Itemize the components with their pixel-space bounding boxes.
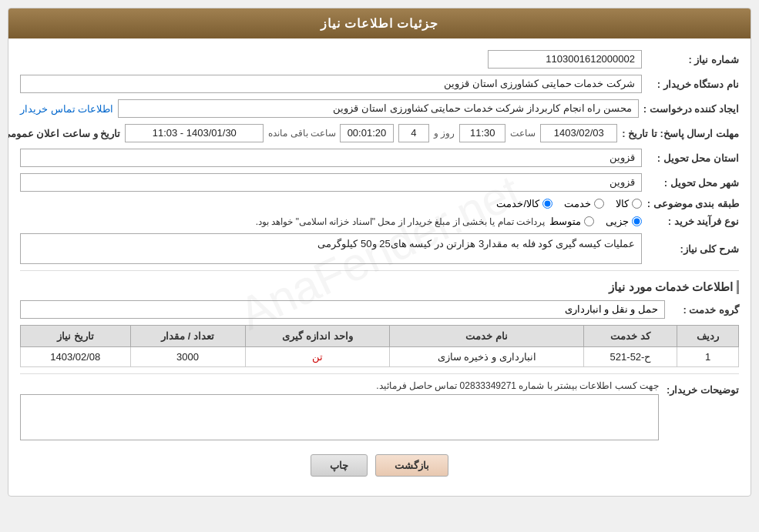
- col-date: تاریخ نیاز: [21, 326, 131, 347]
- cell-code: ح-52-521: [583, 347, 677, 367]
- col-code: کد خدمت: [583, 326, 677, 347]
- org-name-value: شرکت خدمات حمایتی کشاورزی استان قزوین: [20, 75, 642, 93]
- col-name: نام خدمت: [390, 326, 583, 347]
- table-body: 1 ح-52-521 انبارداری و ذخیره سازی تن 300…: [21, 347, 739, 367]
- buyer-description-text: جهت کسب اطلاعات بیشتر با شماره 028333492…: [20, 380, 659, 391]
- org-name-label: نام دستگاه خریدار :: [646, 79, 739, 90]
- city-row: شهر محل تحویل : قزوین: [20, 173, 739, 192]
- province-row: استان محل تحویل : قزوین: [20, 149, 739, 167]
- divider-2: [20, 373, 739, 374]
- creator-value: محسن راه انجام کاربرداز شرکت خدمات حمایت…: [118, 99, 639, 118]
- deadline-time: 11:30: [459, 124, 505, 142]
- purchase-type-medium-radio[interactable]: [584, 216, 594, 226]
- category-goods-label: کالا: [616, 198, 629, 209]
- need-number-label: شماره نیاز :: [646, 54, 739, 65]
- category-goods-service-label: کالا/خدمت: [496, 198, 539, 209]
- table-header: ردیف کد خدمت نام خدمت واحد اندازه گیری ت…: [21, 326, 739, 347]
- col-quantity: تعداد / مقدار: [130, 326, 245, 347]
- page-title: جزئیات اطلاعات نیاز: [321, 17, 439, 30]
- province-value: قزوین: [20, 149, 642, 167]
- province-label: استان محل تحویل :: [646, 152, 739, 164]
- purchase-type-row: نوع فرآیند خرید : جزیی متوسط پرداخت تمام…: [20, 216, 739, 227]
- service-group-value: حمل و نقل و انبارداری: [20, 300, 665, 319]
- category-service-label: خدمت: [564, 198, 591, 209]
- purchase-type-partial-option[interactable]: جزیی: [606, 216, 642, 227]
- buyer-description-label: توضیحات خریدار:: [667, 380, 739, 396]
- cell-row-num: 1: [677, 347, 739, 367]
- table-header-row: ردیف کد خدمت نام خدمت واحد اندازه گیری ت…: [21, 326, 739, 347]
- category-service-option[interactable]: خدمت: [564, 198, 604, 209]
- need-description-row: شرح کلی نیاز: عملیات کیسه گیری کود فله ب…: [20, 233, 739, 264]
- category-row: طبقه بندی موضوعی : کالا خدمت کالا/خدمت: [20, 198, 739, 209]
- cell-quantity: 3000: [130, 347, 245, 367]
- print-button[interactable]: چاپ: [311, 454, 368, 477]
- purchase-type-label: نوع فرآیند خرید :: [646, 216, 739, 227]
- card-header: جزئیات اطلاعات نیاز: [8, 8, 751, 38]
- deadline-date: 1403/02/03: [540, 124, 617, 142]
- deadline-day-label: روز و: [434, 128, 455, 139]
- category-goods-service-option[interactable]: کالا/خدمت: [496, 198, 552, 209]
- org-name-row: نام دستگاه خریدار : شرکت خدمات حمایتی کش…: [20, 75, 739, 93]
- buyer-description-content: جهت کسب اطلاعات بیشتر با شماره 028333492…: [20, 380, 659, 443]
- buyer-description-textarea[interactable]: [20, 394, 659, 440]
- main-card: AnaFender.net جزئیات اطلاعات نیاز شماره …: [8, 8, 751, 497]
- divider-1: [20, 270, 739, 271]
- creator-label: ایجاد کننده درخواست :: [643, 103, 739, 115]
- table-row: 1 ح-52-521 انبارداری و ذخیره سازی تن 300…: [21, 347, 739, 367]
- deadline-row: مهلت ارسال پاسخ: تا تاریخ : 1403/02/03 س…: [20, 124, 739, 142]
- remaining-time-label: ساعت باقی مانده: [268, 128, 336, 139]
- button-bar: بازگشت چاپ: [20, 454, 739, 484]
- page-wrapper: AnaFender.net جزئیات اطلاعات نیاز شماره …: [0, 0, 759, 532]
- purchase-type-radio-group: جزیی متوسط: [549, 216, 642, 227]
- services-table: ردیف کد خدمت نام خدمت واحد اندازه گیری ت…: [20, 325, 739, 367]
- remaining-time-group: 00:01:20 ساعت باقی مانده: [268, 124, 394, 142]
- purchase-type-partial-radio[interactable]: [632, 216, 642, 226]
- public-announcement-value: 1403/01/30 - 11:03: [125, 124, 264, 142]
- creator-row: ایجاد کننده درخواست : محسن راه انجام کار…: [20, 99, 739, 118]
- category-goods-option[interactable]: کالا: [616, 198, 642, 209]
- back-button[interactable]: بازگشت: [375, 454, 448, 477]
- service-group-label: گروه خدمت :: [670, 304, 739, 316]
- card-body: شماره نیاز : 1103001612000002 نام دستگاه…: [8, 38, 751, 496]
- need-number-row: شماره نیاز : 1103001612000002: [20, 50, 739, 69]
- purchase-type-medium-option[interactable]: متوسط: [549, 216, 594, 227]
- purchase-type-medium-label: متوسط: [549, 216, 581, 227]
- city-label: شهر محل تحویل :: [646, 177, 739, 189]
- need-description-value: عملیات کیسه گیری کود فله به مقدار3 هزارت…: [20, 233, 642, 264]
- category-label: طبقه بندی موضوعی :: [646, 198, 739, 209]
- cell-name: انبارداری و ذخیره سازی: [390, 347, 583, 367]
- category-service-radio[interactable]: [594, 199, 604, 209]
- need-number-value: 1103001612000002: [488, 50, 642, 69]
- deadline-label: مهلت ارسال پاسخ: تا تاریخ :: [622, 128, 739, 139]
- cell-date: 1403/02/08: [21, 347, 131, 367]
- purchase-type-note: پرداخت تمام یا بخشی از مبلغ خریدار از مح…: [20, 216, 545, 227]
- service-group-row: گروه خدمت : حمل و نقل و انبارداری: [20, 300, 739, 319]
- buyer-description-row: توضیحات خریدار: جهت کسب اطلاعات بیشتر با…: [20, 380, 739, 443]
- purchase-type-partial-label: جزیی: [606, 216, 629, 227]
- services-section-title: اطلاعات خدمات مورد نیاز: [20, 280, 739, 294]
- col-unit: واحد اندازه گیری: [245, 326, 390, 347]
- contact-link[interactable]: اطلاعات تماس خریدار: [20, 103, 113, 115]
- cell-unit: تن: [245, 347, 390, 367]
- deadline-days: 4: [398, 124, 429, 142]
- need-description-label: شرح کلی نیاز:: [646, 243, 739, 255]
- deadline-time-label: ساعت: [510, 128, 536, 139]
- category-radio-group: کالا خدمت کالا/خدمت: [496, 198, 642, 209]
- category-goods-service-radio[interactable]: [542, 199, 552, 209]
- col-row-num: ردیف: [677, 326, 739, 347]
- category-goods-radio[interactable]: [632, 199, 642, 209]
- deadline-group: 1403/02/03 ساعت 11:30 روز و 4 00:01:20 س…: [268, 124, 617, 142]
- city-value: قزوین: [20, 173, 642, 192]
- remaining-time: 00:01:20: [340, 124, 394, 142]
- public-announcement-label: تاریخ و ساعت اعلان عمومی :: [8, 128, 120, 139]
